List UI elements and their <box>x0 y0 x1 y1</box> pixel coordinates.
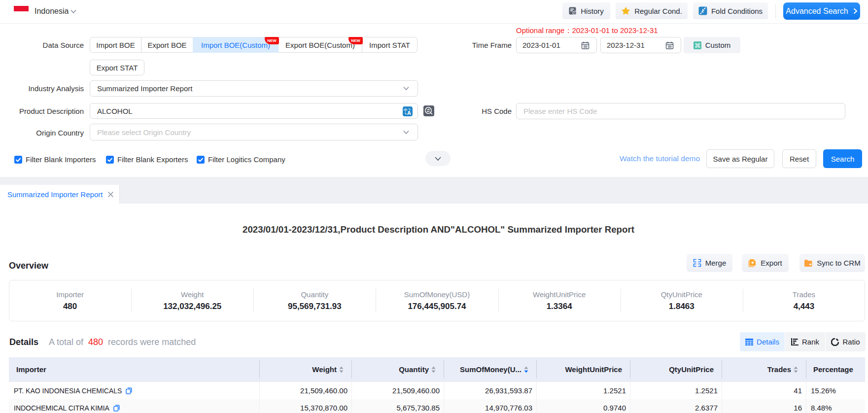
svg-text:⌘: ⌘ <box>694 41 700 49</box>
svg-text:A: A <box>407 110 411 116</box>
